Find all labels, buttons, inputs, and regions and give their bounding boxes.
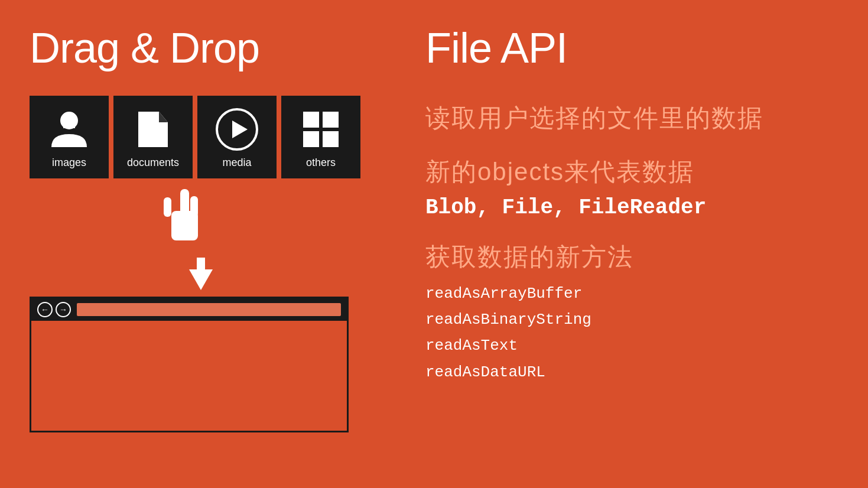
images-label: images: [52, 157, 86, 169]
forward-button[interactable]: →: [56, 302, 71, 317]
svg-rect-5: [323, 112, 339, 128]
method-read-as-text: readAsText: [425, 333, 833, 359]
svg-rect-7: [323, 131, 339, 147]
icon-tile-documents: documents: [113, 96, 193, 178]
svg-rect-10: [190, 196, 198, 217]
svg-rect-1: [63, 127, 75, 128]
svg-rect-4: [303, 112, 319, 128]
document-icon: [129, 106, 177, 153]
svg-rect-13: [197, 258, 205, 272]
new-methods-title: 获取数据的新方法: [425, 240, 833, 274]
documents-label: documents: [127, 157, 179, 169]
method-read-as-array-buffer: readAsArrayBuffer: [425, 281, 833, 307]
left-panel: Drag & Drop images documents: [0, 0, 390, 488]
back-button[interactable]: ←: [37, 302, 53, 317]
svg-point-0: [60, 112, 78, 129]
browser-toolbar: ← →: [31, 298, 347, 321]
drag-drop-title: Drag & Drop: [30, 24, 360, 72]
file-api-title: File API: [425, 24, 833, 72]
svg-rect-6: [303, 131, 319, 147]
method-read-as-data-url: readAsDataURL: [425, 359, 833, 385]
method-read-as-binary-string: readAsBinaryString: [425, 307, 833, 333]
person-icon: [45, 106, 93, 153]
drag-area: [30, 178, 360, 297]
icon-tile-images: images: [30, 96, 109, 178]
others-label: others: [306, 157, 336, 169]
icon-tile-media: media: [197, 96, 277, 178]
methods-list: readAsArrayBuffer readAsBinaryString rea…: [425, 281, 833, 385]
icon-tile-others: others: [281, 96, 360, 178]
svg-rect-11: [164, 197, 171, 217]
new-objects-title: 新的objects来代表数据: [425, 155, 833, 188]
read-user-files-title: 读取用户选择的文件里的数据: [425, 102, 833, 135]
address-bar[interactable]: [77, 303, 341, 316]
svg-marker-3: [232, 121, 248, 138]
arrow-down: [186, 258, 216, 292]
icon-grid: images documents media: [30, 96, 360, 178]
section-new-methods: 获取数据的新方法 readAsArrayBuffer readAsBinaryS…: [425, 240, 833, 385]
section-new-objects: 新的objects来代表数据 Blob, File, FileReader: [425, 155, 833, 220]
right-panel: File API 读取用户选择的文件里的数据 新的objects来代表数据 Bl…: [390, 0, 868, 488]
browser-window: ← →: [30, 297, 349, 432]
cube-icon: [297, 106, 344, 153]
svg-marker-12: [189, 269, 213, 290]
blob-file-filereader: Blob, File, FileReader: [425, 196, 833, 220]
media-label: media: [222, 157, 251, 169]
play-icon: [213, 106, 261, 153]
hand-icon: [154, 184, 213, 252]
svg-rect-9: [180, 189, 189, 216]
section-read-user-files: 读取用户选择的文件里的数据: [425, 102, 833, 135]
